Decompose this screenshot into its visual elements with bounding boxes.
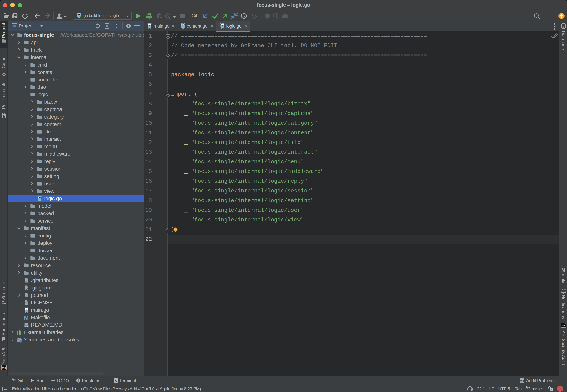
- svg-text:/API: /API: [2, 367, 6, 369]
- svg-text:/API: /API: [562, 324, 565, 327]
- svg-text:MD: MD: [25, 325, 28, 327]
- svg-text:/API: /API: [520, 380, 524, 382]
